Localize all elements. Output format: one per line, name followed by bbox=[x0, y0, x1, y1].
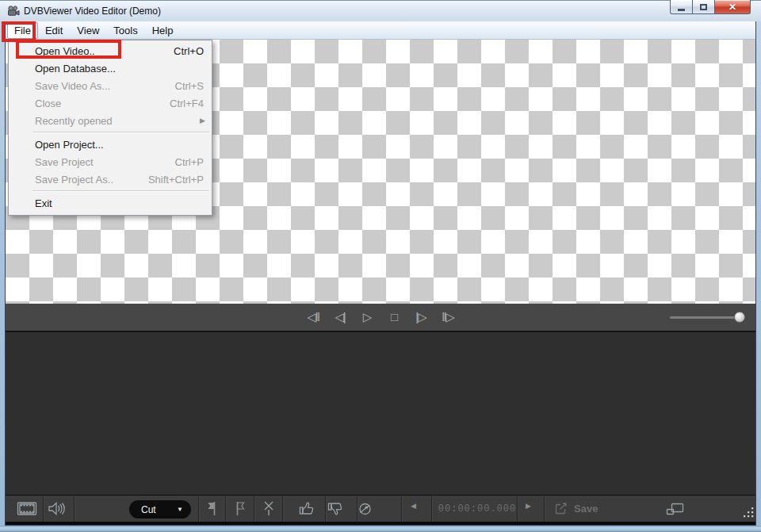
app-window: DVBViewer Video Editor (Demo) ✕ File Edi… bbox=[0, 0, 761, 532]
window-bottom-border bbox=[0, 526, 761, 532]
menu-item-shortcut: Ctrl+P bbox=[175, 156, 204, 168]
edit-mode-dropdown[interactable]: Cut ▼ bbox=[129, 500, 191, 519]
divider bbox=[6, 331, 755, 332]
menu-tools[interactable]: Tools bbox=[106, 22, 144, 39]
menu-item-label: Save Video As... bbox=[35, 80, 110, 92]
menu-edit[interactable]: Edit bbox=[38, 22, 70, 39]
toolbar-separator bbox=[325, 496, 326, 522]
close-button[interactable]: ✕ bbox=[714, 0, 751, 14]
time-display: 00:00:00.000 bbox=[438, 500, 517, 518]
stop-button[interactable]: □ bbox=[384, 304, 403, 331]
toolbar-separator bbox=[254, 496, 254, 522]
title-bar[interactable]: DVBViewer Video Editor (Demo) bbox=[0, 0, 761, 21]
menu-item-shortcut: Ctrl+O bbox=[174, 45, 204, 57]
toolbar-separator bbox=[198, 496, 199, 522]
menu-item-label: Save Project As.. bbox=[35, 174, 113, 186]
menu-help[interactable]: Help bbox=[145, 22, 181, 39]
menu-item-save-project: Save Project Ctrl+P bbox=[9, 153, 212, 170]
maximize-button[interactable] bbox=[693, 0, 714, 14]
file-menu-dropdown: Open Video.. Ctrl+O Open Database... Sav… bbox=[8, 40, 212, 216]
toolbar-separator bbox=[225, 496, 226, 522]
toolbar-separator bbox=[401, 496, 402, 522]
thumbs-up-icon[interactable] bbox=[298, 499, 316, 517]
prev-keyframe-button[interactable]: ◁‖ bbox=[304, 304, 323, 331]
volume-slider-knob[interactable] bbox=[734, 312, 745, 323]
minimize-icon bbox=[678, 9, 685, 11]
submenu-arrow-icon: ▶ bbox=[200, 117, 205, 124]
menu-item-close: Close Ctrl+F4 bbox=[9, 94, 212, 112]
save-button[interactable]: Save bbox=[574, 503, 598, 515]
toolbar-separator bbox=[431, 496, 432, 522]
toolbar-separator bbox=[74, 496, 75, 522]
menu-item-shortcut: Ctrl+S bbox=[175, 80, 204, 92]
menu-item-label: Open Project... bbox=[35, 139, 104, 151]
menu-item-save-project-as: Save Project As.. Shift+Ctrl+P bbox=[9, 170, 212, 188]
menu-item-label: Save Project bbox=[35, 156, 94, 168]
next-keyframe-button[interactable]: ‖▷ bbox=[438, 304, 457, 331]
menu-item-open-project[interactable]: Open Project... bbox=[9, 136, 212, 153]
menu-item-label: Open Database... bbox=[35, 63, 116, 75]
thumbs-down-icon[interactable] bbox=[327, 500, 345, 518]
menu-view[interactable]: View bbox=[70, 22, 106, 39]
transport-bar: ◁‖ ◁| ▷ □ |▷ ‖▷ bbox=[6, 304, 755, 331]
flag-end-icon[interactable] bbox=[233, 500, 247, 517]
play-button[interactable]: ▷ bbox=[358, 304, 377, 331]
menu-item-label: Recently opened bbox=[35, 115, 113, 127]
detach-window-icon[interactable] bbox=[664, 502, 686, 516]
window-title: DVBViewer Video Editor (Demo) bbox=[24, 6, 161, 17]
menu-item-shortcut: Ctrl+F4 bbox=[170, 98, 204, 109]
edit-mode-value: Cut bbox=[141, 504, 156, 515]
menu-separator bbox=[33, 190, 209, 192]
toolbar-separator bbox=[544, 496, 545, 522]
resize-grip-icon[interactable] bbox=[742, 507, 755, 520]
window-controls: ✕ bbox=[670, 0, 751, 14]
toolbar-separator bbox=[517, 496, 518, 522]
chevron-down-icon: ▼ bbox=[177, 506, 183, 513]
step-back-button[interactable]: ◁| bbox=[331, 304, 350, 331]
menu-item-label: Close bbox=[35, 98, 61, 109]
time-step-back-button[interactable]: ◀ bbox=[411, 502, 416, 510]
filmstrip-icon[interactable] bbox=[17, 501, 37, 516]
timeline-area bbox=[6, 332, 755, 495]
maximize-icon bbox=[700, 4, 707, 10]
bottom-toolbar: Cut ▼ bbox=[6, 496, 755, 522]
toolbar-separator bbox=[43, 496, 44, 522]
menu-separator bbox=[33, 132, 209, 133]
volume-slider-track[interactable] bbox=[670, 316, 744, 319]
speaker-icon[interactable] bbox=[48, 501, 65, 516]
menu-item-open-video[interactable]: Open Video.. Ctrl+O bbox=[9, 42, 212, 59]
menu-bar: File Edit View Tools Help bbox=[6, 21, 755, 40]
toolbar-separator bbox=[282, 496, 283, 522]
time-step-forward-button[interactable]: ▶ bbox=[526, 502, 531, 510]
close-icon: ✕ bbox=[728, 2, 736, 13]
flag-start-icon[interactable] bbox=[205, 500, 219, 517]
menu-item-open-database[interactable]: Open Database... bbox=[9, 59, 212, 77]
menu-item-recently-opened: Recently opened ▶ bbox=[9, 112, 212, 129]
menu-file[interactable]: File bbox=[7, 22, 38, 39]
menu-item-label: Open Video.. bbox=[35, 45, 95, 57]
app-icon bbox=[7, 5, 20, 17]
minimize-button[interactable] bbox=[670, 0, 693, 14]
menu-item-label: Exit bbox=[35, 197, 52, 209]
menu-item-exit[interactable]: Exit bbox=[9, 194, 212, 212]
step-forward-button[interactable]: |▷ bbox=[411, 304, 430, 331]
cut-here-icon[interactable] bbox=[262, 500, 276, 517]
hide-cut-icon[interactable] bbox=[357, 501, 373, 517]
menu-item-shortcut: Shift+Ctrl+P bbox=[148, 174, 204, 186]
menu-item-save-video-as: Save Video As... Ctrl+S bbox=[9, 77, 212, 94]
export-save-icon[interactable] bbox=[553, 501, 569, 516]
